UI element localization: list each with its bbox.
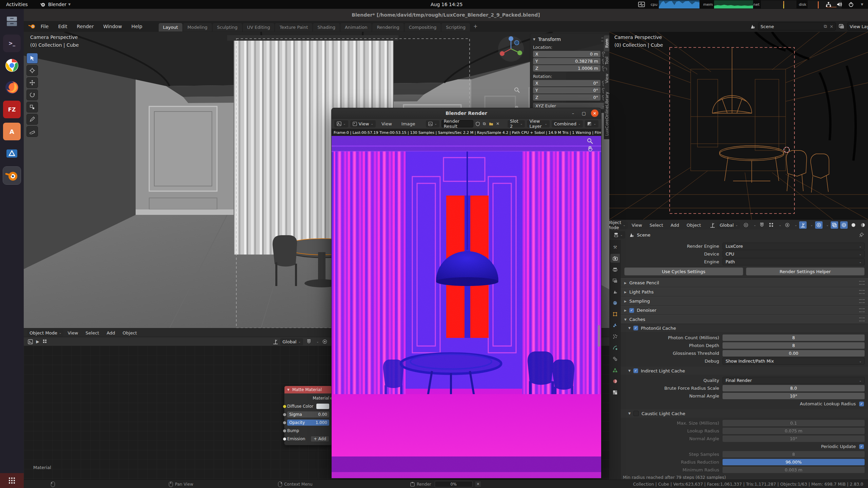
display-channels-dropdown[interactable]: ⌄ [585, 120, 598, 127]
view-layer-selector[interactable]: View Layer ⧉ ✕ [847, 22, 868, 30]
panel-indirect-light-cache[interactable]: ▼Indirect Light Cache [621, 367, 868, 375]
layer-dropdown[interactable]: View Layer⌄ [527, 120, 549, 127]
tool-cursor[interactable] [26, 65, 38, 76]
diffuse-color-swatch[interactable] [316, 404, 329, 409]
play-button[interactable]: ▶ [34, 338, 41, 345]
window-title-bar[interactable]: Blender* [/home/david/tmp/rough/LuxCore_… [24, 9, 868, 21]
rotation-z-field[interactable]: Z0° [533, 94, 600, 101]
clock[interactable]: Aug 16 14:25 [431, 2, 462, 7]
open-folder-icon[interactable] [489, 120, 493, 127]
panel-denoiser[interactable]: ▶Denoiser [621, 306, 868, 315]
image-menu-view[interactable]: View [378, 121, 396, 126]
mem-monitor[interactable]: mem [702, 0, 753, 9]
app-indicator[interactable]: Blender ▼ [40, 2, 71, 7]
viewport-menu-add[interactable]: Add [667, 223, 683, 228]
dock-files[interactable] [3, 13, 21, 30]
viewport-nav-gizmo[interactable] [497, 35, 525, 64]
panel-photongi-cache[interactable]: ▼PhotonGI Cache [621, 324, 868, 332]
shading-material-icon[interactable] [859, 221, 867, 229]
proportional-edit-icon[interactable] [321, 338, 329, 345]
dock-chrome[interactable] [3, 57, 21, 74]
location-x-field[interactable]: X0 m [533, 51, 600, 57]
slot-dropdown[interactable]: Slot 2⌄ [508, 120, 525, 127]
step-samples-field[interactable]: 8 [723, 451, 865, 458]
image-pan-icon[interactable] [587, 146, 593, 153]
periodic-update-checkbox[interactable] [859, 444, 864, 449]
snap-target-icon[interactable] [768, 221, 775, 229]
activities-button[interactable]: Activities [6, 2, 28, 7]
pass-dropdown[interactable]: Combined⌄ [552, 120, 583, 127]
viewport-menu-object[interactable]: Object [119, 330, 141, 336]
denoiser-checkbox[interactable] [629, 308, 634, 313]
indirect-checkbox[interactable] [633, 368, 638, 373]
dock-ubuntu-software[interactable]: A [3, 123, 21, 140]
unlink-icon[interactable]: ✕ [830, 24, 833, 29]
dock-filezilla[interactable]: FZ [3, 101, 21, 118]
add-workspace-button[interactable]: + [473, 23, 478, 29]
tab-physics[interactable] [610, 343, 620, 352]
tab-view-layer[interactable] [610, 276, 620, 285]
location-y-field[interactable]: Y0.38278 m [533, 58, 600, 64]
shading-wireframe-icon[interactable] [840, 221, 848, 229]
sigma-socket[interactable] [283, 413, 287, 416]
system-status-area[interactable]: ▼ [826, 2, 863, 7]
viewport-menu-add[interactable]: Add [103, 330, 119, 336]
auto-lookup-checkbox[interactable] [859, 402, 864, 406]
sigma-field[interactable]: Sigma0.00 [287, 411, 329, 418]
matte-material-node[interactable]: ▼Matte Material Material Diffuse Color S… [284, 386, 332, 445]
shading-solid-icon[interactable] [850, 221, 857, 229]
tab-particles[interactable] [610, 332, 620, 341]
tab-modifiers[interactable] [610, 321, 620, 330]
caustic-normal-angle-field[interactable]: 10° [723, 435, 865, 442]
viewport-3d-wireframe[interactable]: Camera Perspective (0) Collection | Cube [609, 32, 868, 220]
editor-type-icon[interactable] [26, 338, 34, 345]
image-zoom-icon[interactable] [587, 138, 593, 145]
panel-caches[interactable]: ▼Caches [621, 315, 868, 324]
gizmo-toggle-icon[interactable] [799, 221, 807, 229]
panel-sampling[interactable]: ▶Sampling [621, 297, 868, 306]
emission-add-button[interactable]: + Add [311, 436, 329, 442]
editor-type-dropdown[interactable]: ⌄ [611, 231, 625, 239]
radius-reduction-slider[interactable]: 96.00% [723, 459, 865, 465]
device-dropdown[interactable]: CPU⌄ [723, 250, 865, 258]
tab-object-data[interactable] [610, 366, 620, 374]
minimize-button[interactable]: – [569, 109, 577, 117]
menu-render[interactable]: Render [72, 24, 99, 29]
render-window[interactable]: Blender Render – ▢ ✕ ⌄ View⌄ View Image … [331, 108, 601, 479]
normal-angle-field[interactable]: 10° [723, 393, 865, 399]
snap-magnet-icon[interactable] [305, 338, 313, 345]
mode-dropdown[interactable]: View⌄ [350, 120, 376, 127]
debug-dropdown[interactable]: Show Indirect/Path Mix⌄ [723, 358, 865, 365]
copy-icon[interactable]: ⧉ [482, 120, 487, 127]
glossiness-threshold-field[interactable]: 0.00 [723, 350, 865, 357]
menu-help[interactable]: Help [127, 24, 147, 29]
viewport-menu-select[interactable]: Select [646, 223, 667, 228]
dock-firefox[interactable] [3, 79, 21, 96]
viewport-zoom-icon[interactable] [513, 86, 520, 94]
copy-icon[interactable]: ⧉ [824, 24, 827, 29]
tab-render[interactable] [610, 254, 620, 263]
close-button[interactable]: ✕ [591, 109, 598, 117]
viewport-menu-view[interactable]: View [628, 223, 646, 228]
workspace-tab-texture-paint[interactable]: Texture Paint [275, 23, 312, 32]
tab-output[interactable] [610, 265, 620, 274]
editor-type-dropdown[interactable]: ⌄ [334, 120, 348, 127]
mode-dropdown[interactable]: Object Mode⌄ [27, 329, 64, 337]
workspace-tab-animation[interactable]: Animation [340, 23, 372, 32]
tool-rotate[interactable] [26, 89, 38, 100]
cpu-monitor[interactable]: cpu [649, 0, 699, 9]
collapse-icon[interactable]: ▼ [533, 38, 535, 41]
snap-magnet-icon[interactable] [758, 221, 766, 229]
tab-scene[interactable] [610, 287, 620, 296]
workspace-tab-uv-editing[interactable]: UV Editing [243, 23, 275, 32]
tool-select-box[interactable] [26, 53, 38, 64]
shield-icon[interactable] [475, 120, 480, 127]
panel-caustic-light-cache[interactable]: ▼Caustic Light Cache [621, 409, 868, 418]
opacity-field[interactable]: Opacity1.000 [287, 420, 329, 426]
render-engine-dropdown[interactable]: LuxCore⌄ [723, 243, 865, 250]
tab-constraints[interactable] [610, 354, 620, 363]
minimum-radius-field[interactable]: 0.003 m [723, 467, 865, 473]
diffuse-socket[interactable] [283, 405, 287, 408]
lookup-radius-field[interactable]: 0.075 m [723, 428, 865, 434]
xray-toggle-icon[interactable] [831, 221, 838, 229]
